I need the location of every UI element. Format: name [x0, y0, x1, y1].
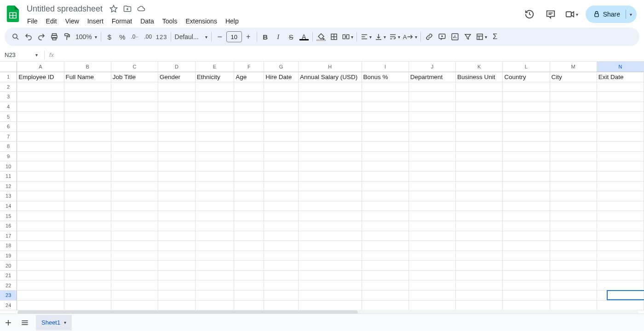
- cell[interactable]: [234, 191, 264, 201]
- cell[interactable]: [264, 82, 299, 92]
- cell[interactable]: [409, 271, 456, 281]
- column-header[interactable]: N: [597, 62, 644, 72]
- cell[interactable]: [264, 191, 299, 201]
- cell[interactable]: [299, 211, 362, 221]
- cell[interactable]: [264, 280, 299, 291]
- cell[interactable]: [597, 221, 644, 231]
- cell[interactable]: [111, 201, 158, 211]
- text-wrap-icon[interactable]: ▾: [387, 30, 402, 43]
- cell[interactable]: [362, 201, 409, 211]
- cell[interactable]: [158, 102, 196, 112]
- cell[interactable]: [158, 182, 196, 192]
- cell[interactable]: [362, 221, 409, 231]
- cell[interactable]: [597, 191, 644, 201]
- menu-help[interactable]: Help: [221, 16, 243, 27]
- cloud-status-icon[interactable]: [136, 3, 147, 14]
- cell[interactable]: [196, 122, 235, 132]
- cell[interactable]: [196, 271, 235, 281]
- cell[interactable]: [550, 261, 597, 271]
- cell[interactable]: [503, 271, 550, 281]
- cell[interactable]: [409, 231, 456, 241]
- cell[interactable]: [299, 261, 362, 271]
- cell[interactable]: [550, 112, 597, 122]
- cell[interactable]: [409, 122, 456, 132]
- add-sheet-icon[interactable]: [0, 314, 17, 331]
- cell[interactable]: Department: [409, 72, 456, 82]
- cell[interactable]: [158, 152, 196, 162]
- cell[interactable]: [264, 171, 299, 182]
- increase-decimal-icon[interactable]: .00: [142, 30, 155, 43]
- row-header[interactable]: 9: [0, 152, 17, 162]
- cell[interactable]: [111, 191, 158, 201]
- cell[interactable]: [550, 132, 597, 142]
- cell[interactable]: [196, 92, 235, 102]
- cell[interactable]: [503, 301, 550, 311]
- cell[interactable]: [64, 112, 111, 122]
- row-header[interactable]: 14: [0, 201, 17, 211]
- cell[interactable]: [234, 142, 264, 152]
- row-header[interactable]: 10: [0, 161, 17, 171]
- cell[interactable]: [362, 122, 409, 132]
- cell[interactable]: [111, 122, 158, 132]
- cell[interactable]: [111, 161, 158, 171]
- cell[interactable]: [264, 142, 299, 152]
- redo-icon[interactable]: [35, 30, 48, 43]
- cell[interactable]: [597, 82, 644, 92]
- cell[interactable]: [503, 191, 550, 201]
- cell[interactable]: Ethnicity: [196, 72, 235, 82]
- cell[interactable]: Gender: [158, 72, 196, 82]
- menu-view[interactable]: View: [61, 16, 83, 27]
- cell[interactable]: [158, 122, 196, 132]
- cell[interactable]: [456, 211, 503, 221]
- cell[interactable]: [158, 142, 196, 152]
- cell[interactable]: [362, 241, 409, 251]
- cell[interactable]: [111, 102, 158, 112]
- cell[interactable]: [299, 191, 362, 201]
- text-rotation-icon[interactable]: A▾: [402, 30, 419, 43]
- cell[interactable]: [550, 271, 597, 281]
- cell[interactable]: [409, 102, 456, 112]
- cell[interactable]: [234, 182, 264, 192]
- column-header[interactable]: E: [196, 62, 235, 72]
- cell[interactable]: [597, 182, 644, 192]
- cell[interactable]: [503, 261, 550, 271]
- column-header[interactable]: M: [550, 62, 597, 72]
- cell[interactable]: [550, 182, 597, 192]
- cell[interactable]: [111, 211, 158, 221]
- cell[interactable]: [550, 191, 597, 201]
- cell[interactable]: [597, 241, 644, 251]
- cell[interactable]: [64, 122, 111, 132]
- cell[interactable]: [597, 122, 644, 132]
- all-sheets-icon[interactable]: [17, 314, 33, 331]
- cell[interactable]: [264, 152, 299, 162]
- cell[interactable]: [550, 280, 597, 291]
- cell[interactable]: [362, 102, 409, 112]
- cell[interactable]: [234, 152, 264, 162]
- cell[interactable]: [456, 122, 503, 132]
- cell[interactable]: [64, 221, 111, 231]
- cell[interactable]: [456, 231, 503, 241]
- cell[interactable]: [299, 142, 362, 152]
- cell[interactable]: [158, 112, 196, 122]
- cell[interactable]: [362, 211, 409, 221]
- cell[interactable]: [299, 152, 362, 162]
- cell[interactable]: [264, 241, 299, 251]
- bold-icon[interactable]: B: [259, 30, 272, 43]
- cell[interactable]: [64, 241, 111, 251]
- cell[interactable]: [234, 211, 264, 221]
- cell[interactable]: [456, 171, 503, 182]
- cell[interactable]: [111, 301, 158, 311]
- formula-input[interactable]: [54, 49, 644, 61]
- cell[interactable]: [234, 161, 264, 171]
- row-header[interactable]: 7: [0, 132, 17, 142]
- cell[interactable]: [299, 161, 362, 171]
- strikethrough-icon[interactable]: S: [285, 30, 298, 43]
- cell[interactable]: [299, 280, 362, 291]
- cell[interactable]: [17, 291, 64, 301]
- column-header[interactable]: J: [409, 62, 456, 72]
- cell[interactable]: [196, 191, 235, 201]
- cell[interactable]: [64, 201, 111, 211]
- cell[interactable]: [503, 221, 550, 231]
- document-title[interactable]: Untitled spreadsheet: [24, 3, 105, 15]
- cell[interactable]: [64, 301, 111, 311]
